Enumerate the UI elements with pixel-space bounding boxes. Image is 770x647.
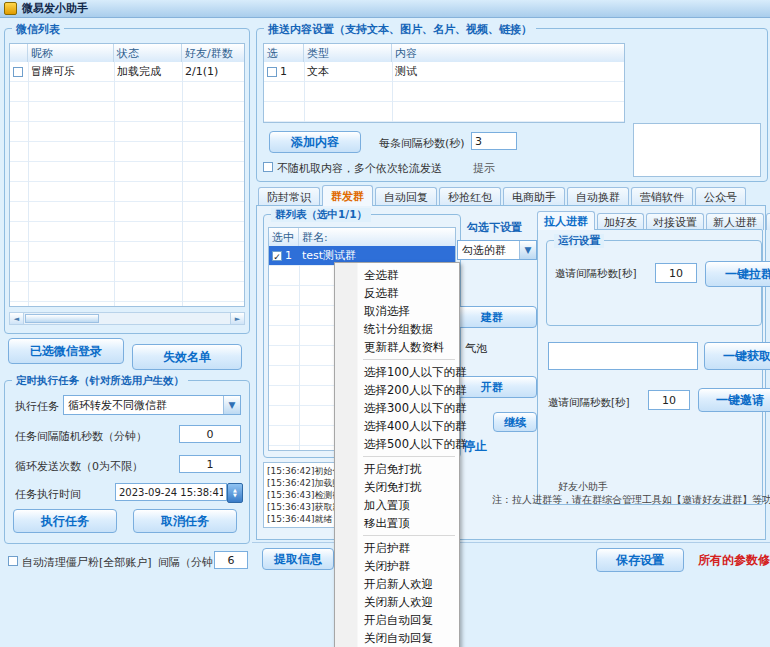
login-selected-button[interactable]: 已选微信登录 <box>8 338 124 364</box>
content-table-header: 选 类型 内容 <box>264 44 624 63</box>
content-row-text: 测试 <box>392 64 624 79</box>
menu-item[interactable]: 选择500人以下的群 <box>336 435 458 453</box>
task-time-input[interactable] <box>115 483 227 501</box>
menu-item[interactable]: 选择400人以下的群 <box>336 417 458 435</box>
menu-item[interactable]: 开启新人欢迎 <box>336 575 458 593</box>
main-tab-strip: 防封常识群发群自动回复秒抢红包电商助手自动换群营销软件公众号 <box>258 185 746 206</box>
menu-item[interactable]: 关闭自动回复 <box>336 629 458 647</box>
menu-item[interactable]: 关闭免打扰 <box>336 478 458 496</box>
run-settings-groupbox: 运行设置 邀请间隔秒数[秒] 一键拉群 停止拉群 <box>546 240 762 326</box>
invite-interval-input-2[interactable] <box>648 390 690 410</box>
loop-count-label: 循环发送次数（0为不限） <box>15 459 143 474</box>
chevron-down-icon[interactable]: ▼ <box>519 241 536 259</box>
invite-tab[interactable]: 其他 <box>766 213 770 230</box>
pull-into-group-button[interactable]: 一键拉群 <box>705 261 770 287</box>
wechat-table-hscrollbar[interactable]: ◄ ► <box>9 312 245 325</box>
menu-item[interactable]: 开启自动回复 <box>336 611 458 629</box>
menu-item[interactable]: 选择100人以下的群 <box>336 363 458 381</box>
invite-interval-label-1: 邀请间隔秒数[秒] <box>555 267 637 281</box>
chevron-down-icon[interactable]: ▼ <box>223 396 240 414</box>
content-row[interactable]: 1 文本 测试 <box>264 62 624 81</box>
menu-item[interactable]: 开启免打扰 <box>336 460 458 478</box>
header-check <box>10 44 28 62</box>
cancel-task-button[interactable]: 取消任务 <box>133 509 237 533</box>
invite-interval-input-1[interactable] <box>655 263 697 283</box>
menu-item[interactable]: 选择200人以下的群 <box>336 381 458 399</box>
main-tab[interactable]: 营销软件 <box>631 187 693 206</box>
wechat-table[interactable]: 昵称 状态 好友/群数 冒牌可乐 加载完成 2/1(1) <box>9 43 245 307</box>
header-select: 选 <box>264 44 304 62</box>
invalid-list-button[interactable]: 失效名单 <box>132 344 242 370</box>
auto-clean-checkbox[interactable] <box>8 556 18 566</box>
invite-tab[interactable]: 加好友 <box>597 213 644 230</box>
content-row-checkbox[interactable] <box>267 67 277 77</box>
content-row-type: 文本 <box>304 64 392 79</box>
group-context-menu: 全选群反选群取消选择统计分组数据更新群人数资料选择100人以下的群选择200人以… <box>334 262 460 647</box>
task-type-value: 循环转发不同微信群 <box>68 398 223 413</box>
time-spinner-icon[interactable]: ▲▼ <box>227 483 243 503</box>
menu-item[interactable]: 全选群 <box>336 266 458 284</box>
bubble-label: 气泡 <box>465 341 487 356</box>
main-tab[interactable]: 自动回复 <box>375 187 437 206</box>
start-task-button[interactable]: 执行任务 <box>13 509 117 533</box>
menu-item[interactable]: 取消选择 <box>336 302 458 320</box>
scroll-left-icon[interactable]: ◄ <box>10 313 24 324</box>
run-settings-title: 运行设置 <box>554 234 604 248</box>
main-tab[interactable]: 公众号 <box>695 187 746 206</box>
scroll-right-icon[interactable]: ► <box>230 313 244 324</box>
stop-link[interactable]: 停止 <box>463 438 487 455</box>
menu-item[interactable]: 开启护群 <box>336 539 458 557</box>
menu-item[interactable]: 关闭新人欢迎 <box>336 593 458 611</box>
wechat-list-groupbox: 微信列表 昵称 状态 好友/群数 冒牌可乐 加载完成 2/1(1) <box>4 28 250 334</box>
wechat-row[interactable]: 冒牌可乐 加载完成 2/1(1) <box>10 62 244 81</box>
create-group-button[interactable]: 建群 <box>447 306 537 328</box>
header-type: 类型 <box>304 44 392 62</box>
no-random-checkbox[interactable] <box>263 162 273 172</box>
content-table[interactable]: 选 类型 内容 1 文本 测试 <box>263 43 625 123</box>
main-tab[interactable]: 群发群 <box>322 185 373 206</box>
main-tab[interactable]: 自动换群 <box>567 187 629 206</box>
invite-tab[interactable]: 拉人进群 <box>537 211 595 230</box>
keyword-input[interactable] <box>548 342 698 370</box>
menu-item[interactable]: 加入置顶 <box>336 496 458 514</box>
menu-item[interactable]: 反选群 <box>336 284 458 302</box>
extract-info-button[interactable]: 提取信息 <box>262 548 334 570</box>
scroll-thumb[interactable] <box>25 314 99 323</box>
group-send-panel: 群列表（选中1/1） 选中 群名: ✓1 test测试群 [15:36:42]初… <box>256 205 766 540</box>
menu-item[interactable]: 更新群人数资料 <box>336 338 458 356</box>
help-line-1: 好友小助手 <box>558 480 608 494</box>
select-settings-label: 勾选下设置 <box>467 220 522 235</box>
menu-item[interactable]: 统计分组数据 <box>336 320 458 338</box>
continue-button[interactable]: 继续 <box>493 412 537 432</box>
get-friends-button[interactable]: 一键获取好友 <box>704 342 770 370</box>
window-title: 微易发小助手 <box>22 1 88 16</box>
help-line-2: 注：拉人进群等，请在群综合管理工具如【邀请好友进群】等功能里面设置 <box>492 493 770 507</box>
invite-tab[interactable]: 新人进群 <box>706 213 764 230</box>
menu-separator <box>363 456 455 457</box>
main-tab[interactable]: 电商助手 <box>503 187 565 206</box>
title-bar[interactable]: 微易发小助手 <box>0 0 770 18</box>
wechat-row-checkbox[interactable] <box>13 67 23 77</box>
wechat-table-body: 冒牌可乐 加载完成 2/1(1) <box>10 62 244 306</box>
loop-count-input[interactable] <box>179 455 241 473</box>
select-settings-dropdown[interactable]: 勾选的群 ▼ <box>457 240 537 260</box>
group-row-checkbox[interactable]: ✓ <box>272 251 282 261</box>
content-preview-box[interactable] <box>633 123 761 177</box>
save-settings-button[interactable]: 保存设置 <box>596 548 684 572</box>
auto-clean-label: 自动清理僵尸粉[全部账户] <box>22 555 152 570</box>
menu-item[interactable]: 关闭护群 <box>336 557 458 575</box>
menu-item[interactable]: 移出置顶 <box>336 514 458 532</box>
main-tab[interactable]: 防封常识 <box>258 187 320 206</box>
menu-item[interactable]: 选择300人以下的群 <box>336 399 458 417</box>
task-interval-input[interactable] <box>179 425 241 443</box>
add-content-button[interactable]: 添加内容 <box>269 131 361 153</box>
task-type-select[interactable]: 循环转发不同微信群 ▼ <box>63 395 241 415</box>
wechat-nickname: 冒牌可乐 <box>28 64 114 79</box>
main-tab[interactable]: 秒抢红包 <box>439 187 501 206</box>
clean-interval-input[interactable] <box>214 551 248 569</box>
wechat-table-header: 昵称 状态 好友/群数 <box>10 44 244 63</box>
invite-tab[interactable]: 对接设置 <box>646 213 704 230</box>
invite-button[interactable]: 一键邀请 <box>698 388 770 412</box>
group-row-seq: 1 <box>285 249 292 262</box>
gap-seconds-input[interactable] <box>471 132 517 150</box>
